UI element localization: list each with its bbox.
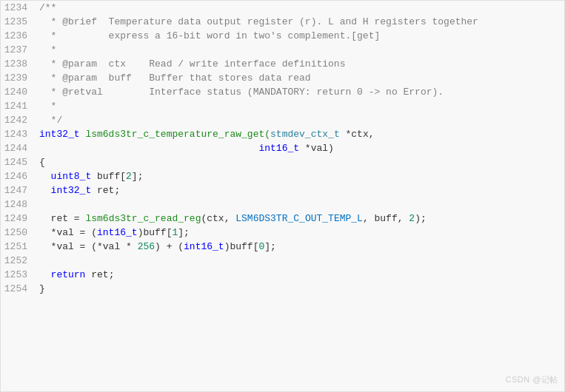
code-token: 256	[138, 241, 155, 252]
code-token: uint8_t	[51, 171, 92, 182]
line-number: 1246	[1, 169, 36, 183]
code-token: *val = (*val *	[39, 241, 138, 252]
table-row: 1235 * @brief Temperature data output re…	[1, 15, 564, 29]
code-token: int16_t	[184, 241, 224, 252]
code-token: * @retval Interface status (MANDATORY: r…	[39, 87, 444, 98]
line-number: 1236	[1, 29, 36, 43]
code-token: ret;	[91, 185, 120, 196]
table-row: 1247 int32_t ret;	[1, 183, 564, 197]
code-token: * @brief Temperature data output registe…	[39, 16, 432, 27]
line-content: int16_t *val)	[36, 141, 334, 155]
code-token: together	[432, 16, 478, 27]
table-row: 1251 *val = (*val * 256) + (int16_t)buff…	[1, 240, 564, 254]
line-number: 1239	[1, 71, 36, 85]
table-row: 1234/**	[1, 1, 564, 15]
code-token: return	[51, 269, 86, 280]
line-content: }	[36, 282, 45, 296]
table-row: 1242 */	[1, 113, 564, 127]
code-token: 2	[409, 213, 415, 224]
table-row: 1243int32_t lsm6ds3tr_c_temperature_raw_…	[1, 127, 564, 141]
line-content	[36, 254, 39, 268]
code-token	[39, 143, 258, 154]
line-number: 1237	[1, 43, 36, 57]
line-content: *	[36, 43, 56, 57]
code-token: ];	[264, 241, 276, 252]
line-number: 1250	[1, 226, 36, 240]
line-content	[36, 197, 39, 212]
code-token: * @param ctx Read / write interface defi…	[39, 58, 345, 70]
line-number: 1254	[1, 282, 36, 296]
line-number: 1249	[1, 212, 36, 226]
line-content: int32_t ret;	[36, 183, 120, 197]
line-content: {	[36, 155, 45, 169]
code-token: */	[39, 115, 62, 126]
code-token: ];	[178, 227, 190, 238]
table-row: 1238 * @param ctx Read / write interface…	[1, 57, 564, 71]
code-token: stmdev_ctx_t	[270, 129, 340, 140]
table-row: 1241 *	[1, 99, 564, 113]
line-number: 1241	[1, 99, 36, 113]
table-row: 1246 uint8_t buff[2];	[1, 169, 564, 183]
line-number: 1243	[1, 127, 36, 141]
code-token: {	[39, 157, 45, 168]
table-row: 1252	[1, 254, 564, 268]
table-row: 1248	[1, 197, 564, 212]
code-token: *val = (	[39, 227, 97, 238]
code-token: * express a 16-bit word in two's complem…	[39, 30, 380, 41]
code-token: int32_t	[51, 185, 92, 196]
code-token: /**	[39, 2, 56, 13]
line-content: * @param buff Buffer that stores data re…	[36, 71, 311, 85]
code-token: );	[415, 213, 427, 224]
line-number: 1235	[1, 15, 36, 29]
line-number: 1251	[1, 240, 36, 254]
line-content: int32_t lsm6ds3tr_c_temperature_raw_get(…	[36, 127, 375, 141]
line-content: *val = (int16_t)buff[1];	[36, 226, 190, 240]
line-content: * @retval Interface status (MANDATORY: r…	[36, 85, 444, 99]
table-row: 1253 return ret;	[1, 268, 564, 282]
code-token: (ctx,	[201, 213, 235, 224]
code-token: * @param buff Buffer that stores data re…	[39, 72, 311, 84]
table-row: 1236 * express a 16-bit word in two's co…	[1, 29, 564, 43]
line-content: *val = (*val * 256) + (int16_t)buff[0];	[36, 240, 276, 254]
table-row: 1240 * @retval Interface status (MANDATO…	[1, 85, 564, 99]
code-token: int16_t	[258, 143, 299, 154]
code-token: *ctx,	[340, 129, 375, 140]
line-content: return ret;	[36, 268, 114, 282]
code-token: *	[39, 44, 56, 55]
table-row: 1245{	[1, 155, 564, 169]
code-token: LSM6DS3TR_C_OUT_TEMP_L	[235, 213, 363, 224]
table-row: 1249 ret = lsm6ds3tr_c_read_reg(ctx, LSM…	[1, 212, 564, 226]
code-container: 1234/**1235 * @brief Temperature data ou…	[0, 0, 565, 392]
code-token	[39, 185, 51, 196]
code-token: )buff[	[138, 227, 173, 238]
line-content: /**	[36, 1, 56, 15]
code-token: ret =	[39, 213, 85, 224]
line-content: *	[36, 99, 56, 113]
table-row: 1237 *	[1, 43, 564, 57]
code-token: *val)	[299, 143, 334, 154]
table-row: 1244 int16_t *val)	[1, 141, 564, 155]
line-number: 1253	[1, 268, 36, 282]
code-token: buff[	[91, 171, 126, 182]
code-token: ret;	[85, 269, 114, 280]
line-content: * @brief Temperature data output registe…	[36, 15, 478, 29]
code-token: , buff,	[363, 213, 409, 224]
line-number: 1240	[1, 85, 36, 99]
line-content: ret = lsm6ds3tr_c_read_reg(ctx, LSM6DS3T…	[36, 212, 427, 226]
watermark: CSDN @记帖	[506, 374, 558, 385]
code-lines: 1234/**1235 * @brief Temperature data ou…	[1, 1, 564, 296]
table-row: 1250 *val = (int16_t)buff[1];	[1, 226, 564, 240]
code-token: int32_t	[39, 129, 80, 140]
line-number: 1234	[1, 1, 36, 15]
code-token: lsm6ds3tr_c_temperature_raw_get(	[80, 129, 270, 140]
line-number: 1244	[1, 141, 36, 155]
line-content: * express a 16-bit word in two's complem…	[36, 29, 380, 43]
line-content: uint8_t buff[2];	[36, 169, 143, 183]
code-token	[39, 269, 51, 280]
line-number: 1252	[1, 254, 36, 268]
code-token: )buff[	[224, 241, 259, 252]
table-row: 1254}	[1, 282, 564, 296]
line-number: 1238	[1, 57, 36, 71]
line-content: * @param ctx Read / write interface defi…	[36, 57, 345, 71]
code-token: lsm6ds3tr_c_read_reg	[85, 213, 201, 224]
